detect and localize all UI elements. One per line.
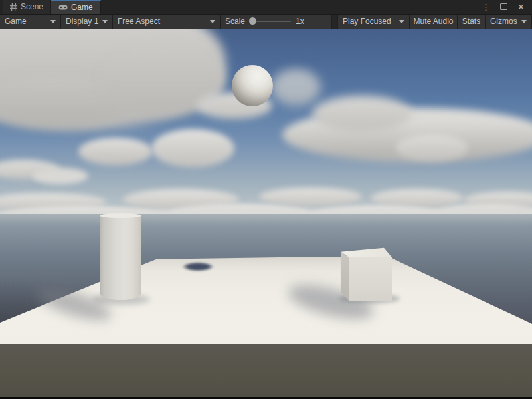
cloud	[395, 134, 468, 161]
chevron-down-icon	[521, 20, 527, 23]
tab-bar: Scene Game ⋮ ✕	[0, 0, 532, 15]
play-focused-label: Play Focused	[343, 17, 391, 26]
stats-button[interactable]: Stats	[458, 15, 486, 29]
gamepad-icon	[58, 4, 68, 11]
play-focused-dropdown[interactable]: Play Focused	[338, 15, 410, 29]
mute-audio-label: Mute Audio	[413, 17, 453, 26]
chevron-down-icon	[399, 20, 404, 23]
unity-game-panel: Scene Game ⋮ ✕ Game Display 1 Free Aspec	[0, 0, 532, 399]
aspect-ratio-dropdown[interactable]: Free Aspect	[113, 15, 221, 29]
window-controls: ⋮ ✕	[482, 0, 532, 14]
tab-scene-label: Scene	[21, 2, 43, 11]
chevron-down-icon	[50, 20, 56, 23]
scene-grid-icon	[10, 3, 17, 11]
foreground-ground	[0, 344, 532, 399]
cylinder-top-cap	[100, 213, 141, 218]
stats-label: Stats	[462, 17, 480, 26]
chevron-down-icon	[210, 20, 215, 23]
display-dropdown[interactable]: Display 1	[61, 15, 113, 29]
maximize-icon[interactable]	[500, 3, 507, 10]
sphere	[232, 65, 273, 106]
scale-value: 1x	[296, 17, 304, 26]
cloud	[151, 129, 234, 168]
game-view-viewport[interactable]	[0, 29, 532, 399]
tab-game-label: Game	[71, 3, 93, 12]
mute-audio-button[interactable]: Mute Audio	[410, 15, 458, 29]
aspect-ratio-label: Free Aspect	[118, 17, 160, 26]
kebab-menu-icon[interactable]: ⋮	[482, 3, 490, 11]
cloud	[32, 168, 88, 184]
cube-front-face	[349, 257, 392, 301]
cloud	[259, 188, 362, 206]
cloud	[78, 138, 153, 166]
sphere-shadow	[182, 262, 214, 271]
display-label: Display 1	[66, 17, 98, 26]
scale-label: Scale	[225, 17, 245, 26]
toolbar-spacer	[332, 15, 338, 29]
cloud	[312, 96, 412, 132]
gizmos-label: Gizmos	[490, 17, 517, 26]
tab-game[interactable]: Game	[51, 0, 101, 14]
view-mode-label: Game	[5, 17, 27, 26]
cloud	[371, 189, 464, 207]
view-mode-dropdown[interactable]: Game	[0, 15, 61, 29]
game-view-toolbar: Game Display 1 Free Aspect Scale 1x Play…	[0, 15, 532, 29]
scale-slider[interactable]	[250, 21, 291, 22]
scale-slider-knob[interactable]	[249, 17, 256, 25]
cloud	[271, 69, 321, 106]
chevron-down-icon	[102, 20, 108, 23]
close-icon[interactable]: ✕	[517, 3, 525, 11]
tab-scene[interactable]: Scene	[3, 0, 51, 14]
cylinder	[100, 215, 141, 300]
gizmos-dropdown[interactable]: Gizmos	[486, 15, 532, 29]
scale-control: Scale 1x	[221, 15, 332, 29]
